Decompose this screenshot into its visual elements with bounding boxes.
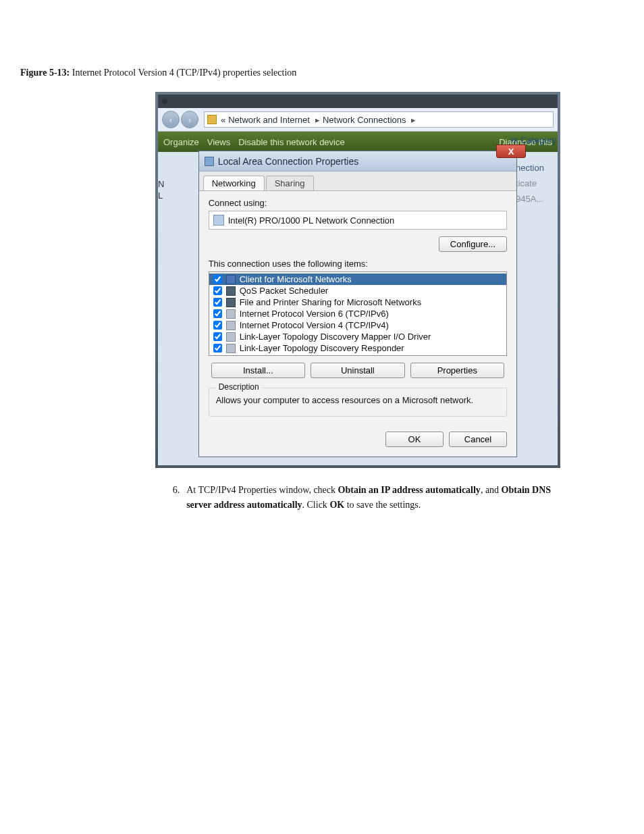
item-checkbox[interactable] [213,344,222,353]
bg-model-label: 3945A... [511,194,556,204]
network-icon [205,157,214,166]
breadcrumb-sep: ▸ [315,115,320,125]
connection-properties-dialog: Local Area Connection Properties X Netwo… [198,151,517,457]
description-group: Description Allows your computer to acce… [209,388,507,417]
back-button[interactable]: ‹ [162,111,180,128]
location-icon [207,115,217,124]
configure-button[interactable]: Configure... [439,236,507,252]
item-label: Internet Protocol Version 4 (TCP/IPv4) [240,320,389,330]
connect-using-label: Connect using: [209,198,507,208]
component-icon [226,344,236,353]
component-icon [226,286,236,296]
back-icon: ‹ [169,115,172,125]
figure-caption: Figure 5-13: Internet Protocol Version 4… [20,68,624,78]
toolbar-organize[interactable]: Organize [163,137,199,147]
close-icon: X [508,147,514,157]
component-icon [226,309,236,319]
cancel-button[interactable]: Cancel [449,432,507,447]
explorer-navbar: ‹ › « Network and Internet ▸ Network Con… [158,108,558,132]
item-label: Internet Protocol Version 6 (TCP/IPv6) [240,309,389,319]
list-item[interactable]: Link-Layer Topology Discovery Responder [209,342,506,354]
figure-caption-text: Internet Protocol Version 4 (TCP/IPv4) p… [70,68,296,78]
item-label: File and Printer Sharing for Microsoft N… [240,297,421,307]
list-item[interactable]: QoS Packet Scheduler [209,285,506,296]
bg-list-column-header: N L [158,152,171,202]
properties-button[interactable]: Properties [410,363,504,378]
uninstall-button[interactable]: Uninstall [311,363,404,378]
items-listbox[interactable]: Client for Microsoft NetworksQoS Packet … [209,271,507,356]
description-legend: Description [216,382,262,392]
instruction-step: 6. At TCP/IPv4 Properties window, check … [169,483,560,512]
ok-button[interactable]: OK [385,432,444,447]
item-checkbox[interactable] [213,332,222,341]
item-label: Link-Layer Topology Discovery Mapper I/O… [240,332,431,342]
component-icon [226,321,236,330]
item-checkbox[interactable] [213,321,222,330]
item-checkbox[interactable] [213,286,222,295]
adapter-icon [213,215,224,226]
item-checkbox[interactable] [213,298,222,307]
bg-col-n: N [158,179,171,189]
item-label: Link-Layer Topology Discovery Responder [240,343,404,353]
list-item[interactable]: Client for Microsoft Networks [209,273,506,285]
breadcrumb-prefix: « [221,115,225,125]
component-icon [226,275,236,284]
description-text: Allows your computer to access resources… [216,395,473,405]
breadcrumb-network-internet[interactable]: Network and Internet [228,115,310,125]
toolbar-disable-device[interactable]: Disable this network device [238,137,345,147]
bg-category-header: rk Category [511,135,556,145]
install-button[interactable]: Install... [211,363,305,378]
dialog-tabs: Networking Sharing [199,172,516,191]
item-label: QoS Packet Scheduler [240,286,329,296]
dialog-titlebar[interactable]: Local Area Connection Properties X [199,151,516,172]
item-checkbox[interactable] [213,309,222,318]
screenshot-frame: ‹ › « Network and Internet ▸ Network Con… [155,92,560,468]
figure-number: Figure 5-13: [20,68,70,78]
tab-sharing[interactable]: Sharing [266,176,314,190]
list-item[interactable]: Link-Layer Topology Discovery Mapper I/O… [209,331,506,342]
forward-button[interactable]: › [181,111,198,128]
adapter-field[interactable]: Intel(R) PRO/1000 PL Network Connection [209,211,507,230]
breadcrumb-sep: ▸ [411,115,416,125]
close-button[interactable]: X [496,145,526,158]
component-icon [226,332,236,342]
dialog-title: Local Area Connection Properties [218,156,359,167]
bg-nticate-label: nticate [511,178,556,188]
item-label: Client for Microsoft Networks [240,274,352,284]
list-item[interactable]: File and Printer Sharing for Microsoft N… [209,296,506,308]
breadcrumb-network-connections[interactable]: Network Connections [323,115,406,125]
list-item[interactable]: Internet Protocol Version 4 (TCP/IPv4) [209,319,506,331]
list-item[interactable]: Internet Protocol Version 6 (TCP/IPv6) [209,308,506,319]
adapter-name: Intel(R) PRO/1000 PL Network Connection [228,215,395,226]
items-label: This connection uses the following items… [209,259,507,269]
bg-connection-label: nnection [511,163,556,173]
tab-networking[interactable]: Networking [203,176,265,190]
browser-titlebar-obscured [158,95,558,108]
step-text: At TCP/IPv4 Properties window, check Obt… [186,483,560,512]
blurred-icon [162,99,167,104]
toolbar-views[interactable]: Views [207,137,230,147]
component-icon [226,298,236,307]
bg-col-l: L [158,190,171,201]
address-bar[interactable]: « Network and Internet ▸ Network Connect… [204,111,554,128]
step-number: 6. [169,483,180,512]
item-checkbox[interactable] [213,275,222,284]
forward-icon: › [188,115,191,125]
